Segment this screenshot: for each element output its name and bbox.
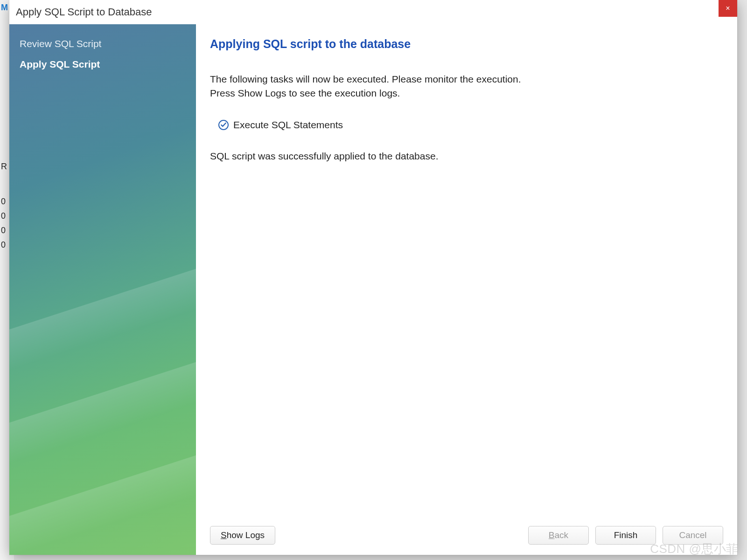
wizard-step-label: Apply SQL Script: [20, 59, 100, 69]
result-text: SQL script was successfully applied to t…: [210, 149, 723, 163]
wizard-step-label: Review SQL Script: [20, 38, 101, 49]
cancel-button[interactable]: Cancel: [663, 526, 723, 545]
wizard-step-apply[interactable]: Apply SQL Script: [20, 54, 196, 75]
finish-button[interactable]: Finish: [595, 526, 656, 545]
button-row: Show Logs Back Finish Cancel: [210, 526, 723, 545]
apply-sql-dialog: Apply SQL Script to Database × Review SQ…: [9, 0, 737, 555]
titlebar: Apply SQL Script to Database ×: [9, 0, 737, 24]
checkmark-icon: [218, 120, 229, 130]
wizard-sidebar: Review SQL Script Apply SQL Script: [9, 24, 196, 555]
page-heading: Applying SQL script to the database: [210, 37, 723, 51]
back-button[interactable]: Back: [528, 526, 589, 545]
wizard-step-review[interactable]: Review SQL Script: [20, 34, 196, 54]
task-row: Execute SQL Statements: [218, 119, 723, 131]
close-icon: ×: [726, 4, 730, 13]
intro-text-line1: The following tasks will now be executed…: [210, 72, 723, 86]
show-logs-button[interactable]: Show Logs: [210, 526, 275, 545]
dialog-title: Apply SQL Script to Database: [16, 6, 152, 18]
intro-text-line2: Press Show Logs to see the execution log…: [210, 86, 723, 100]
main-panel: Applying SQL script to the database The …: [196, 24, 737, 555]
task-label: Execute SQL Statements: [233, 119, 343, 131]
close-button[interactable]: ×: [719, 0, 737, 17]
